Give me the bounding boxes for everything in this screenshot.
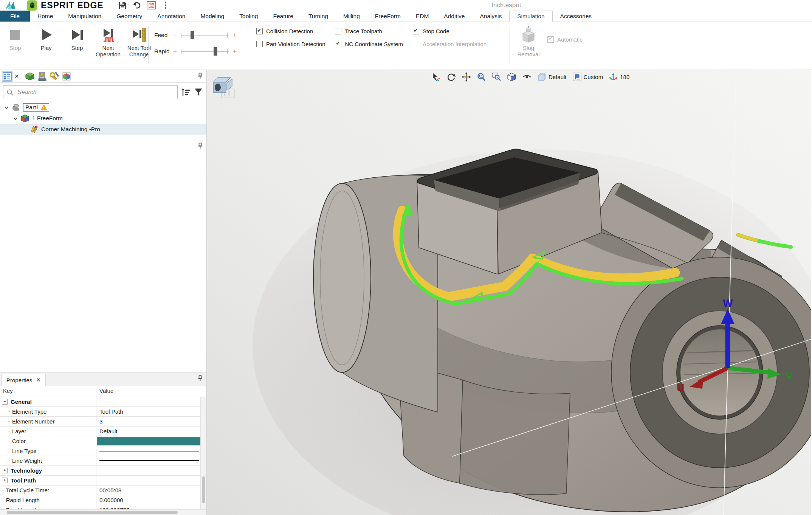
line-style-sample[interactable] — [99, 460, 199, 461]
property-value[interactable] — [96, 476, 206, 485]
ribbon-tab-milling[interactable]: Milling — [336, 11, 367, 22]
vertical-scrollbar[interactable] — [200, 397, 206, 509]
acceleration-interpolation-checkbox[interactable]: Acceleration Interpolation — [413, 41, 487, 47]
slider-increase-button[interactable]: + — [231, 31, 238, 39]
tree-connector: ┄ — [0, 419, 11, 424]
nc-coordinate-system-checkbox[interactable]: NC Coordinate System — [335, 41, 403, 47]
chevron-down-icon[interactable] — [13, 116, 18, 121]
panel-tab-solids[interactable] — [62, 71, 71, 81]
horizontal-scrollbar[interactable] — [0, 509, 206, 515]
step-button[interactable]: Step — [65, 27, 89, 57]
view-tool-zoom-window[interactable] — [490, 71, 503, 83]
ribbon-tab-freeform[interactable]: FreeForm — [367, 11, 408, 22]
options-column: Collision DetectionPart Violation Detect… — [256, 28, 325, 47]
part-violation-detection-checkbox[interactable]: Part Violation Detection — [256, 41, 325, 47]
filter-funnel-icon[interactable] — [194, 87, 203, 97]
rapid-slider-track[interactable] — [181, 47, 229, 56]
tree-item-part1[interactable]: Part1 — [0, 102, 206, 113]
expand-icon[interactable]: + — [2, 468, 8, 473]
line-style-sample[interactable] — [99, 451, 199, 451]
slider-label: Rapid — [154, 48, 172, 55]
search-input-box[interactable] — [3, 85, 178, 99]
pin-icon[interactable] — [198, 73, 203, 81]
ribbon-tab-geometry[interactable]: Geometry — [109, 11, 150, 22]
close-icon[interactable]: ✕ — [14, 73, 19, 80]
ribbon-tab-edm[interactable]: EDM — [408, 11, 436, 22]
save-button[interactable] — [117, 0, 128, 10]
panel-tab-machine-setup[interactable] — [37, 71, 47, 81]
property-value[interactable]: Default — [96, 427, 206, 436]
property-value[interactable] — [96, 466, 206, 475]
collision-detection-checkbox[interactable]: Collision Detection — [256, 28, 325, 34]
stop-code-checkbox[interactable]: Stop Code — [413, 28, 487, 34]
feed-slider-handle[interactable] — [191, 31, 194, 39]
feed-slider-track[interactable] — [181, 31, 229, 39]
scrollbar-thumb[interactable] — [202, 476, 205, 503]
stop-button[interactable]: Stop — [3, 27, 27, 57]
collapse-icon[interactable]: − — [2, 399, 8, 405]
property-value[interactable]: 00:05:08 — [96, 486, 206, 495]
view-tool-pan-view[interactable] — [460, 71, 473, 83]
panel-tab-tool-library[interactable] — [50, 71, 59, 81]
color-swatch[interactable] — [97, 437, 200, 445]
ribbon-tab-feature[interactable]: Feature — [265, 11, 301, 22]
ribbon-tab-modeling[interactable]: Modeling — [193, 11, 232, 22]
view-tool-work-plane-custom[interactable]: Custom — [570, 71, 605, 83]
slider-decrease-button[interactable]: − — [172, 31, 178, 39]
view-tool-select-arrow[interactable] — [429, 71, 443, 83]
play-button[interactable]: Play — [34, 27, 58, 57]
ribbon-tab-analysis[interactable]: Analysis — [472, 11, 509, 22]
trace-toolpath-checkbox[interactable]: Trace Toolpath — [335, 28, 403, 34]
view-tool-view-cube[interactable] — [505, 71, 518, 83]
nc-code-button[interactable]: N35N40 — [146, 0, 157, 10]
view-tool-rotary-axes-180[interactable]: 180 — [607, 71, 631, 83]
view-tool-rotate-view[interactable] — [445, 71, 458, 83]
panel-tab-stock-setup[interactable] — [25, 71, 35, 81]
property-value[interactable] — [96, 446, 206, 456]
next-operation-button[interactable]: Next Operation — [96, 27, 120, 57]
sort-order-icon[interactable] — [181, 87, 191, 97]
slider-increase-button[interactable]: + — [231, 47, 238, 56]
property-value[interactable] — [96, 436, 206, 446]
pin-icon[interactable] — [198, 375, 203, 383]
property-value[interactable]: 0.000000 — [96, 495, 206, 505]
checkbox-label: Acceleration Interpolation — [423, 41, 487, 47]
ribbon-tab-accessories[interactable]: Accessories — [553, 11, 600, 22]
property-value[interactable]: 3 — [96, 417, 206, 426]
scrollbar-thumb[interactable] — [7, 511, 178, 514]
ribbon-tab-turning[interactable]: Turning — [301, 11, 336, 22]
rapid-slider-handle[interactable] — [214, 47, 217, 56]
slider-decrease-button[interactable]: − — [172, 47, 178, 56]
panel-tab-operation-tree[interactable] — [2, 71, 12, 81]
view-tool-layers-default[interactable]: Default — [535, 71, 569, 83]
property-key-label: Total Cycle Time: — [6, 487, 49, 493]
pin-icon[interactable] — [198, 143, 203, 150]
ribbon-tab-manipulation[interactable]: Manipulation — [60, 11, 109, 22]
search-input[interactable] — [17, 88, 174, 96]
close-icon[interactable]: ✕ — [36, 377, 41, 383]
ribbon-tab-file[interactable]: File — [0, 11, 30, 22]
slider-tick — [227, 33, 228, 38]
ribbon-tab-simulation[interactable]: Simulation — [509, 11, 552, 22]
automatic-checkbox[interactable]: Automatic — [547, 36, 583, 43]
slug-removal-button[interactable]: Slug Removal — [515, 26, 542, 57]
ribbon-tab-home[interactable]: Home — [30, 11, 60, 22]
ribbon-tab-additive[interactable]: Additive — [436, 11, 472, 22]
tree-item-corner-machining-pro[interactable]: Corner Machining -Pro — [0, 124, 206, 135]
view-tool-visibility-eye[interactable] — [520, 71, 533, 83]
property-value[interactable] — [96, 397, 206, 406]
property-value[interactable] — [96, 456, 206, 465]
expand-icon[interactable]: + — [2, 478, 8, 483]
chevron-down-icon[interactable] — [4, 105, 9, 110]
undo-button[interactable] — [132, 0, 142, 10]
properties-tab[interactable]: Properties ✕ — [2, 374, 46, 386]
property-value[interactable]: 188.092757 — [96, 505, 206, 509]
view-tool-zoom-view[interactable] — [475, 71, 488, 83]
more-options-kebab-icon[interactable] — [160, 0, 171, 10]
property-value[interactable]: Tool Path — [96, 407, 206, 416]
simulation-3d-viewport[interactable]: W V U DefaultCustom180 — [207, 70, 812, 515]
next-tool-change-button[interactable]: Next Tool Change — [127, 27, 151, 57]
ribbon-tab-tooling[interactable]: Tooling — [232, 11, 265, 22]
tree-item-1-freeform[interactable]: 1 FreeForm — [0, 113, 206, 124]
ribbon-tab-annotation[interactable]: Annotation — [150, 11, 193, 22]
